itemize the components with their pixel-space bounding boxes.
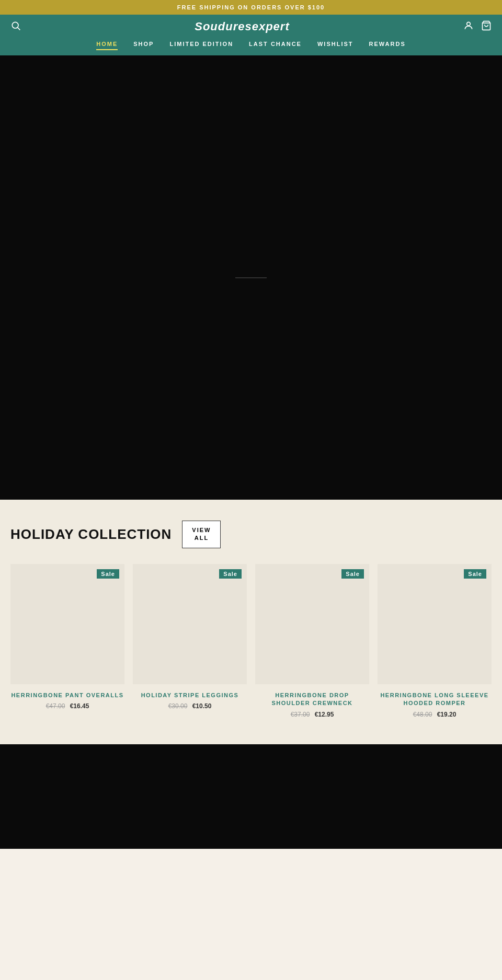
price-sale: €16.45 [70, 702, 89, 710]
promo-banner-text: FREE SHIPPING ON ORDERS OVER $100 [177, 4, 325, 10]
product-card[interactable]: Sale HERRINGBONE DROP SHOULDER CREWNECK … [255, 564, 369, 718]
collection-header: HOLIDAY COLLECTION VIEWALL [10, 521, 492, 548]
header-top: Souduresexpert [10, 20, 492, 37]
collection-title: HOLIDAY COLLECTION [10, 526, 172, 543]
nav-item-shop[interactable]: SHOP [133, 39, 154, 50]
hero-divider [235, 278, 267, 278]
site-logo[interactable]: Souduresexpert [21, 20, 463, 33]
product-card[interactable]: Sale HERRINGBONE PANT OVERALLS €47.00 €1… [10, 564, 124, 718]
product-card[interactable]: Sale HOLIDAY STRIPE LEGGINGS €30.00 €10.… [133, 564, 247, 718]
product-prices: €30.00 €10.50 [133, 702, 247, 710]
product-prices: €37.00 €12.95 [255, 711, 369, 718]
price-sale: €12.95 [315, 711, 334, 718]
price-original: €47.00 [46, 702, 65, 710]
nav-item-limited-edition[interactable]: LIMITED EDITION [169, 39, 233, 50]
account-icon[interactable] [463, 20, 474, 33]
site-header: Souduresexpert HOME SHOP LIMITED EDITION… [0, 15, 502, 55]
price-original: €37.00 [291, 711, 310, 718]
price-original: €48.00 [413, 711, 432, 718]
sale-badge: Sale [464, 569, 486, 579]
product-name: HOLIDAY STRIPE LEGGINGS [133, 691, 247, 699]
product-name: HERRINGBONE LONG SLEEEVE HOODED ROMPER [378, 691, 492, 708]
sale-badge: Sale [97, 569, 119, 579]
product-image: Sale [133, 564, 247, 684]
view-all-button[interactable]: VIEWALL [182, 521, 221, 548]
product-name: HERRINGBONE DROP SHOULDER CREWNECK [255, 691, 369, 708]
search-icon[interactable] [10, 20, 21, 33]
product-prices: €47.00 €16.45 [10, 702, 124, 710]
product-card[interactable]: Sale HERRINGBONE LONG SLEEEVE HOODED ROM… [378, 564, 492, 718]
product-grid: Sale HERRINGBONE PANT OVERALLS €47.00 €1… [10, 564, 492, 718]
product-image: Sale [10, 564, 124, 684]
nav-item-home[interactable]: HOME [96, 39, 118, 50]
product-image: Sale [378, 564, 492, 684]
svg-line-1 [18, 27, 20, 30]
price-sale: €19.20 [437, 711, 457, 718]
nav-item-rewards[interactable]: REWARDS [369, 39, 406, 50]
price-original: €30.00 [168, 702, 188, 710]
promo-banner: FREE SHIPPING ON ORDERS OVER $100 [0, 0, 502, 15]
nav-item-wishlist[interactable]: WISHLIST [317, 39, 353, 50]
footer-section [0, 744, 502, 849]
product-prices: €48.00 €19.20 [378, 711, 492, 718]
header-icons [463, 20, 492, 33]
main-nav: HOME SHOP LIMITED EDITION LAST CHANCE WI… [10, 37, 492, 50]
price-sale: €10.50 [192, 702, 212, 710]
svg-point-2 [467, 22, 471, 26]
product-image: Sale [255, 564, 369, 684]
product-name: HERRINGBONE PANT OVERALLS [10, 691, 124, 699]
hero-section [0, 55, 502, 500]
cart-icon[interactable] [481, 20, 492, 33]
nav-item-last-chance[interactable]: LAST CHANCE [249, 39, 302, 50]
collection-section: HOLIDAY COLLECTION VIEWALL Sale HERRINGB… [0, 500, 502, 744]
sale-badge: Sale [341, 569, 364, 579]
sale-badge: Sale [219, 569, 242, 579]
svg-point-0 [12, 22, 18, 28]
